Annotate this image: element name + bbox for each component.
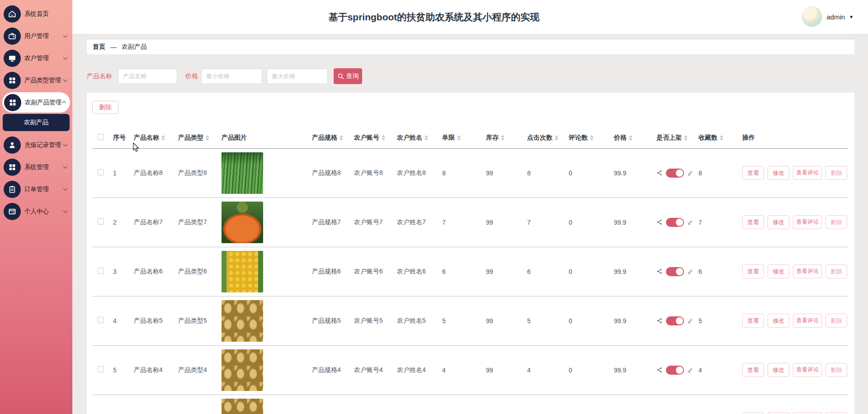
column-header-type[interactable]: 产品类型 bbox=[173, 127, 216, 148]
delete-row-button[interactable]: 删除 bbox=[826, 314, 847, 328]
column-header-spec[interactable]: 产品规格 bbox=[307, 127, 349, 148]
column-header-clicks[interactable]: 点击次数 bbox=[522, 127, 563, 148]
sort-desc-icon[interactable] bbox=[425, 138, 428, 141]
edit-icon[interactable] bbox=[687, 268, 693, 275]
select-all-checkbox[interactable] bbox=[98, 134, 104, 140]
shelf-toggle[interactable] bbox=[666, 169, 684, 178]
sort-control[interactable] bbox=[684, 135, 688, 141]
sort-control[interactable] bbox=[425, 135, 428, 141]
column-header-limit[interactable]: 单限 bbox=[437, 127, 481, 148]
sidebar-item-8[interactable]: 个人中心 bbox=[0, 200, 72, 222]
sort-control[interactable] bbox=[720, 135, 723, 141]
sort-desc-icon[interactable] bbox=[684, 138, 688, 141]
column-header-favorites[interactable]: 收藏数 bbox=[693, 127, 737, 148]
sort-desc-icon[interactable] bbox=[629, 138, 632, 141]
column-header-name[interactable]: 产品名称 bbox=[128, 127, 173, 148]
share-icon[interactable] bbox=[656, 317, 663, 325]
share-icon[interactable] bbox=[656, 366, 663, 374]
sort-desc-icon[interactable] bbox=[555, 138, 558, 141]
edit-button[interactable]: 修改 bbox=[768, 264, 789, 278]
delete-row-button[interactable]: 删除 bbox=[826, 264, 847, 278]
delete-row-button[interactable]: 删除 bbox=[826, 412, 847, 414]
column-header-stock[interactable]: 库存 bbox=[481, 127, 522, 148]
sort-asc-icon[interactable] bbox=[425, 135, 428, 137]
column-header-comments[interactable]: 评论数 bbox=[563, 127, 609, 148]
edit-button[interactable]: 修改 bbox=[768, 412, 789, 414]
shelf-toggle[interactable] bbox=[666, 218, 684, 227]
sort-asc-icon[interactable] bbox=[206, 135, 209, 137]
shelf-toggle[interactable] bbox=[666, 267, 684, 276]
sidebar-item-5[interactable]: 充值记录管理 bbox=[0, 134, 72, 156]
view-button[interactable]: 查看 bbox=[742, 264, 764, 278]
sort-control[interactable] bbox=[340, 135, 343, 141]
row-checkbox[interactable] bbox=[98, 366, 104, 372]
edit-icon[interactable] bbox=[687, 169, 693, 177]
view-button[interactable]: 查看 bbox=[742, 166, 764, 180]
sort-asc-icon[interactable] bbox=[161, 135, 165, 137]
view-button[interactable]: 查看 bbox=[742, 412, 764, 414]
column-header-account[interactable]: 农户账号 bbox=[349, 127, 392, 148]
share-icon[interactable] bbox=[656, 218, 663, 226]
row-checkbox[interactable] bbox=[98, 218, 104, 225]
sort-desc-icon[interactable] bbox=[206, 138, 209, 141]
sort-asc-icon[interactable] bbox=[629, 135, 632, 137]
delete-row-button[interactable]: 删除 bbox=[826, 166, 847, 180]
search-button[interactable]: 查询 bbox=[334, 68, 362, 84]
share-icon[interactable] bbox=[656, 268, 663, 275]
sort-control[interactable] bbox=[457, 135, 461, 141]
view-comments-button[interactable]: 查看评论 bbox=[793, 264, 822, 278]
sidebar-subitem-4-0[interactable]: 农副产品 bbox=[3, 114, 70, 131]
view-button[interactable]: 查看 bbox=[742, 314, 764, 328]
sort-asc-icon[interactable] bbox=[457, 135, 461, 137]
sort-asc-icon[interactable] bbox=[501, 135, 505, 137]
sidebar-item-7[interactable]: 订单管理 bbox=[0, 178, 72, 200]
edit-icon[interactable] bbox=[687, 366, 693, 374]
view-comments-button[interactable]: 查看评论 bbox=[793, 412, 822, 414]
delete-row-button[interactable]: 删除 bbox=[826, 363, 847, 377]
edit-button[interactable]: 修改 bbox=[768, 215, 789, 229]
shelf-toggle[interactable] bbox=[666, 366, 684, 375]
sort-desc-icon[interactable] bbox=[590, 138, 594, 141]
column-header-farmer[interactable]: 农户姓名 bbox=[392, 127, 437, 148]
view-button[interactable]: 查看 bbox=[742, 363, 764, 377]
product-name-input[interactable] bbox=[118, 69, 177, 84]
view-button[interactable]: 查看 bbox=[742, 215, 764, 229]
edit-button[interactable]: 修改 bbox=[768, 166, 789, 180]
sort-desc-icon[interactable] bbox=[382, 138, 385, 141]
avatar[interactable] bbox=[802, 6, 822, 27]
sort-desc-icon[interactable] bbox=[501, 138, 505, 141]
sort-control[interactable] bbox=[590, 135, 594, 141]
view-comments-button[interactable]: 查看评论 bbox=[793, 363, 822, 377]
user-menu[interactable]: admin ▼ bbox=[802, 6, 854, 27]
sort-asc-icon[interactable] bbox=[340, 135, 343, 137]
sort-asc-icon[interactable] bbox=[720, 135, 723, 137]
view-comments-button[interactable]: 查看评论 bbox=[793, 215, 822, 229]
sort-control[interactable] bbox=[629, 135, 632, 141]
min-price-input[interactable] bbox=[201, 69, 262, 84]
sidebar-item-3[interactable]: 产品类型管理 bbox=[0, 69, 72, 91]
sort-desc-icon[interactable] bbox=[340, 138, 343, 141]
sidebar-item-0[interactable]: 系统首页 bbox=[0, 3, 72, 25]
sort-asc-icon[interactable] bbox=[590, 135, 594, 137]
sort-control[interactable] bbox=[382, 135, 385, 141]
bulk-delete-button[interactable]: 删除 bbox=[92, 101, 118, 114]
sort-control[interactable] bbox=[161, 135, 165, 141]
shelf-toggle[interactable] bbox=[666, 316, 684, 325]
row-checkbox[interactable] bbox=[98, 268, 104, 274]
sort-desc-icon[interactable] bbox=[720, 138, 723, 141]
breadcrumb-home[interactable]: 首页 bbox=[93, 43, 105, 51]
sidebar-item-2[interactable]: 农户管理 bbox=[0, 47, 72, 69]
sidebar-item-6[interactable]: 系统管理 bbox=[0, 156, 72, 178]
sort-asc-icon[interactable] bbox=[555, 135, 558, 137]
edit-icon[interactable] bbox=[687, 317, 693, 325]
sort-control[interactable] bbox=[501, 135, 505, 141]
edit-button[interactable]: 修改 bbox=[768, 363, 789, 377]
sort-asc-icon[interactable] bbox=[684, 135, 688, 137]
sort-control[interactable] bbox=[555, 135, 558, 141]
edit-icon[interactable] bbox=[687, 218, 693, 226]
sort-control[interactable] bbox=[206, 135, 209, 141]
row-checkbox[interactable] bbox=[98, 317, 104, 323]
sidebar-item-1[interactable]: 用户管理 bbox=[0, 25, 72, 47]
max-price-input[interactable] bbox=[267, 69, 328, 84]
edit-button[interactable]: 修改 bbox=[768, 314, 789, 328]
